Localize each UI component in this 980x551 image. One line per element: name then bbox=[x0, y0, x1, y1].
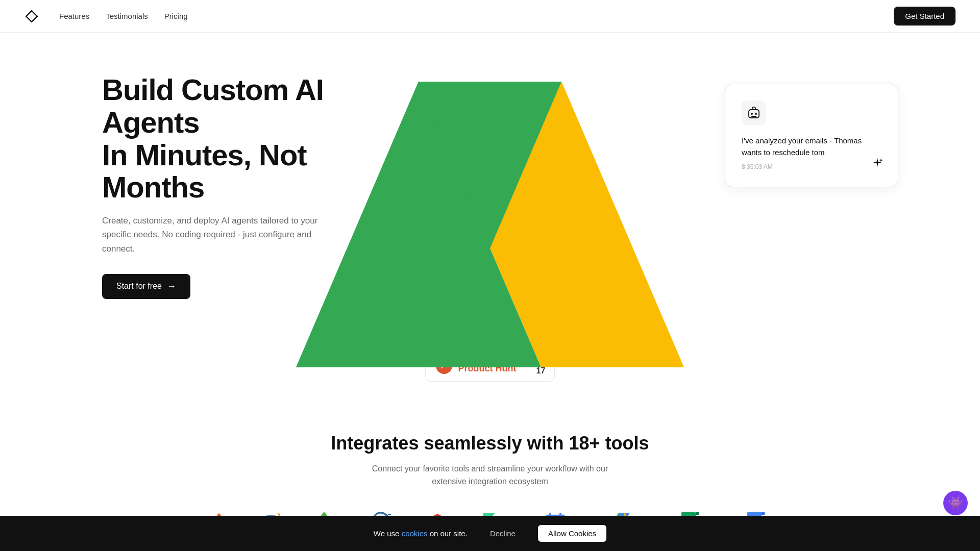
logo[interactable] bbox=[24, 9, 39, 23]
cookie-message: We use cookies on our site. bbox=[374, 529, 468, 538]
cookie-link[interactable]: cookies bbox=[402, 529, 428, 538]
navbar: Features Testimonials Pricing Get Starte… bbox=[0, 0, 980, 33]
chat-widget-button[interactable]: 👾 bbox=[943, 491, 968, 515]
cookie-decline-button[interactable]: Decline bbox=[480, 525, 526, 542]
cookie-banner: We use cookies on our site. Decline Allo… bbox=[0, 516, 980, 551]
nav-links: Features Testimonials Pricing bbox=[59, 12, 188, 20]
nav-left: Features Testimonials Pricing bbox=[24, 9, 188, 23]
nav-features[interactable]: Features bbox=[59, 12, 89, 20]
get-started-button[interactable]: Get Started bbox=[894, 7, 955, 26]
nav-pricing[interactable]: Pricing bbox=[164, 12, 188, 20]
cookie-allow-button[interactable]: Allow Cookies bbox=[538, 525, 606, 542]
nav-testimonials[interactable]: Testimonials bbox=[106, 12, 148, 20]
